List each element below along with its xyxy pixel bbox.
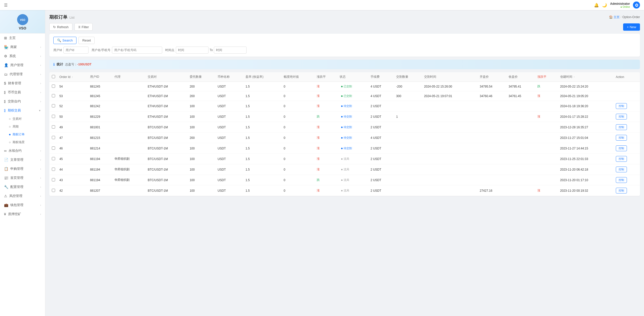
row-checkbox-cell (49, 143, 57, 154)
nav-arrow: › (40, 91, 41, 94)
nav-icon-merchant: 🏪 (4, 45, 8, 49)
action-control-button[interactable]: 控制 (616, 124, 627, 130)
sidebar-item-merchant[interactable]: 🏪 商家 › (0, 43, 45, 52)
cell-rate: 1.5 (244, 101, 282, 111)
status-dot (341, 148, 343, 149)
sidebar-item-perpetual[interactable]: ∞ 永续合约 › (0, 146, 45, 155)
action-control-button[interactable]: 控制 (616, 188, 627, 193)
nav-icon-risk-mgmt: ⚠ (4, 194, 7, 198)
filter-button[interactable]: ⧖ Filter (74, 23, 93, 31)
admin-avatar[interactable]: ⏻ (633, 2, 640, 9)
cell-user-id: 881229 (88, 111, 112, 122)
sidebar-item-wallet-mgmt[interactable]: 💼 钱包管理 › (0, 201, 45, 210)
cell-close-price (507, 122, 536, 133)
cell-order-id: 47 (57, 133, 88, 143)
row-checkbox-4[interactable] (52, 125, 55, 129)
user-name-input[interactable] (112, 47, 162, 54)
sidebar-item-user-mgmt[interactable]: 👤 用户管理 › (0, 61, 45, 70)
action-control-button[interactable]: 控制 (616, 135, 627, 141)
search-fields: 用户Id 用户名/手机号 时间点 To (53, 47, 636, 54)
sidebar-item-page-mgmt[interactable]: 📰 首页管理 › (0, 173, 45, 182)
row-checkbox-2[interactable] (52, 104, 55, 107)
cell-agent: 华昇组织剧 (112, 164, 146, 175)
filter-icon: ⧖ (78, 25, 80, 29)
sidebar-sub-item-options-order[interactable]: 期权订单 (0, 131, 45, 138)
cell-trade-qty: 1 (394, 111, 422, 122)
th-trade-time: 交割时间 (422, 72, 478, 82)
cell-agent (112, 143, 146, 154)
row-checkbox-9[interactable] (52, 178, 55, 181)
action-control-button[interactable]: 控制 (616, 145, 627, 151)
sidebar-sub-item-trading-pair[interactable]: 交易对 (0, 115, 45, 123)
time-start-input[interactable] (176, 47, 209, 54)
nav-icon-contract: ₿ (4, 99, 6, 103)
sidebar-item-article-mgmt[interactable]: 📄 文章管理 › (0, 155, 45, 164)
moon-icon[interactable]: 🌙 (602, 3, 607, 8)
select-all-checkbox[interactable] (52, 75, 55, 78)
action-control-button[interactable]: 控制 (616, 167, 627, 172)
cell-trade-qty (394, 143, 422, 154)
action-control-button[interactable]: 控制 (616, 177, 627, 183)
th-amplitude: 幅度绝对值 (282, 72, 315, 82)
action-control-button[interactable]: 控制 (616, 114, 627, 120)
row-checkbox-6[interactable] (52, 146, 55, 150)
status-dot (341, 158, 343, 160)
cell-rise-fall: 跌 (315, 111, 337, 122)
row-checkbox-7[interactable] (52, 157, 55, 160)
sidebar-item-options-trade[interactable]: ₿ 期权交易 ▼ (0, 106, 45, 115)
action-control-button[interactable]: 控制 (616, 156, 627, 162)
cell-delegate-qty: 100 (188, 143, 216, 154)
nav-icon-page-mgmt: 📰 (4, 176, 8, 180)
cell-rise-fall: 涨 (315, 122, 337, 133)
row-checkbox-10[interactable] (52, 189, 55, 192)
time-end-input[interactable] (214, 47, 247, 54)
nav-arrow: › (40, 100, 41, 103)
sidebar-item-contract[interactable]: ₿ 交割合约 › (0, 97, 45, 106)
row-checkbox-1[interactable] (52, 94, 55, 97)
cell-agent (112, 82, 146, 91)
sidebar-item-mining[interactable]: ¥ 质押挖矿 › (0, 210, 45, 219)
cell-agent (112, 133, 146, 143)
page-title-area: 期权订单 List (49, 14, 74, 20)
status-dot (341, 137, 343, 139)
row-checkbox-3[interactable] (52, 115, 55, 118)
reset-button[interactable]: Reset (78, 37, 95, 44)
sidebar-item-apply-mgmt[interactable]: 📋 申购管理 › (0, 164, 45, 173)
refresh-button[interactable]: ↻ Refresh (49, 23, 72, 31)
bell-icon[interactable]: 🔔 (594, 3, 599, 8)
cell-coin-name: USDT (216, 164, 244, 175)
hamburger-icon[interactable]: ☰ (4, 3, 8, 8)
th-order-id: Order Id ↑ (57, 72, 88, 82)
status-dot (341, 169, 343, 170)
cell-trade-time (422, 133, 478, 143)
sidebar-sub-item-options-scene[interactable]: 期权场景 (0, 138, 45, 146)
breadcrumb-home[interactable]: 🏠 主页 (609, 15, 620, 19)
stats-title: 统计 (57, 62, 63, 67)
new-button[interactable]: + New (623, 23, 640, 31)
sidebar-item-risk-mgmt[interactable]: ⚠ 风控管理 › (0, 191, 45, 201)
user-id-input[interactable] (63, 47, 89, 54)
search-button[interactable]: 🔍 Search (53, 37, 76, 44)
cell-rise-fall: 涨 (315, 143, 337, 154)
nav-arrow: › (40, 46, 41, 49)
cell-agent (112, 185, 146, 196)
sidebar-item-config-mgmt[interactable]: 🔧 配置管理 › (0, 182, 45, 191)
row-checkbox-cell (49, 82, 57, 91)
sidebar-item-agent-mgmt[interactable]: 🗂 代理管理 › (0, 70, 45, 79)
cell-open-price: 27427.16 (478, 185, 507, 196)
th-trade-qty: 交割数量 (394, 72, 422, 82)
sidebar-item-system[interactable]: ⚙ 系统 › (0, 52, 45, 61)
sidebar-item-home[interactable]: ⊞ 主页 (0, 33, 45, 43)
action-control-button[interactable]: 控制 (616, 103, 627, 109)
row-checkbox-0[interactable] (52, 85, 55, 88)
row-checkbox-cell (49, 101, 57, 111)
nav-icon-wallet-mgmt: 💼 (4, 203, 8, 207)
nav-icon-mining: ¥ (4, 212, 6, 216)
nav-item-left: ₿ 期权交易 (4, 108, 21, 113)
cell-rise-fall: 涨 (315, 133, 337, 143)
sidebar-item-finance-mgmt[interactable]: $ 财务管理 › (0, 79, 45, 88)
sidebar-sub-item-period[interactable]: 周期 (0, 123, 45, 131)
row-checkbox-8[interactable] (52, 168, 55, 171)
row-checkbox-5[interactable] (52, 136, 55, 139)
sidebar-item-coin-trade[interactable]: ₿ 币币交易 › (0, 88, 45, 97)
